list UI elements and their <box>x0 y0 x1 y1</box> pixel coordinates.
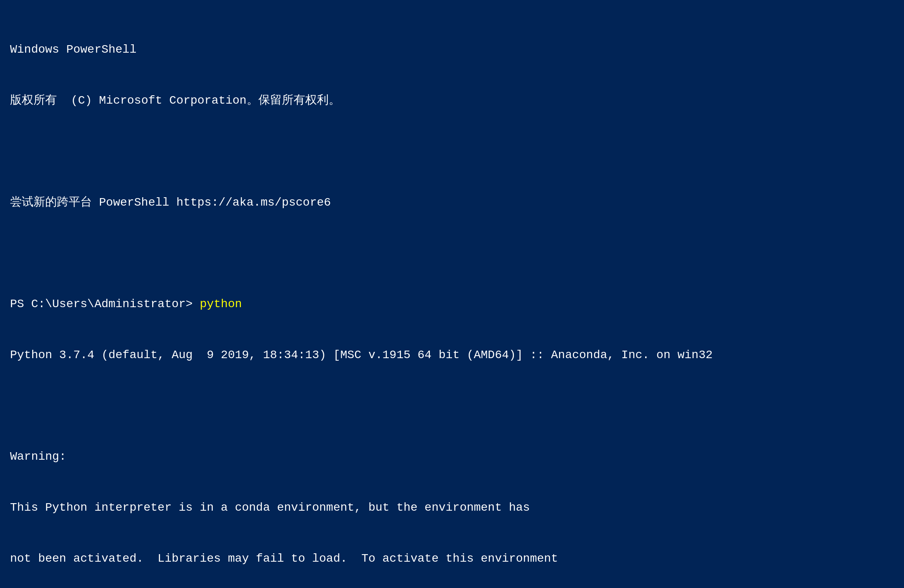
prompt-prefix: PS C:\Users\Administrator> <box>10 298 200 311</box>
python-command: python <box>200 298 242 311</box>
terminal-window: Windows PowerShell 版权所有 (C) Microsoft Co… <box>10 8 894 588</box>
copyright-line: 版权所有 (C) Microsoft Corporation。保留所有权利。 <box>10 92 894 109</box>
warning-label-line: Warning: <box>10 448 894 466</box>
warning-line-1: This Python interpreter is in a conda en… <box>10 499 894 517</box>
python-version-line: Python 3.7.4 (default, Aug 9 2019, 18:34… <box>10 347 894 364</box>
try-new-line: 尝试新的跨平台 PowerShell https://aka.ms/pscore… <box>10 194 894 211</box>
empty-line-1 <box>10 143 894 160</box>
title-line: Windows PowerShell <box>10 41 894 59</box>
empty-line-2 <box>10 245 894 262</box>
prompt-line-1: PS C:\Users\Administrator> python <box>10 296 894 313</box>
empty-line-3 <box>10 398 894 415</box>
warning-line-2: not been activated. Libraries may fail t… <box>10 550 894 568</box>
